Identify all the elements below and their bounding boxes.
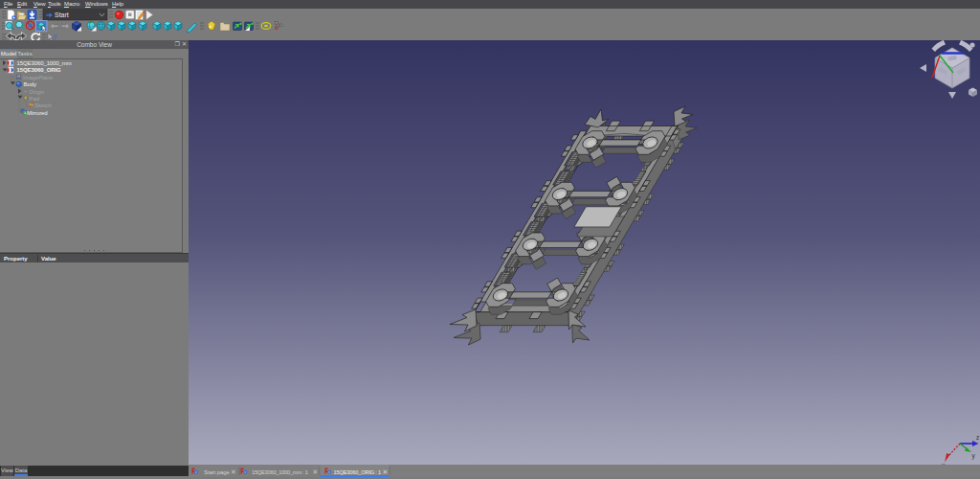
svg-text:Pad: Pad	[30, 96, 39, 102]
svg-text:✕: ✕	[313, 468, 319, 475]
svg-text:z: z	[976, 434, 979, 441]
svg-text:Body: Body	[24, 81, 36, 87]
svg-text:✕: ✕	[231, 468, 236, 475]
svg-text:ImagePlane: ImagePlane	[23, 75, 54, 80]
svg-text:Mirrored: Mirrored	[27, 110, 48, 116]
svg-text:✕: ✕	[383, 468, 389, 475]
svg-text:Sketch: Sketch	[34, 103, 52, 108]
svg-text:Start page: Start page	[204, 469, 230, 475]
svg-text:15QE3060_ORIG: 15QE3060_ORIG	[17, 67, 61, 73]
svg-text:15QE3060_1000_mm : 1: 15QE3060_1000_mm : 1	[252, 469, 308, 475]
svg-text:15QE3060_1000_mm: 15QE3060_1000_mm	[17, 60, 72, 66]
svg-text:Start: Start	[55, 11, 69, 18]
svg-text:Origin: Origin	[30, 89, 44, 95]
svg-text:15QE3060_ORIG : 1: 15QE3060_ORIG : 1	[334, 469, 382, 475]
